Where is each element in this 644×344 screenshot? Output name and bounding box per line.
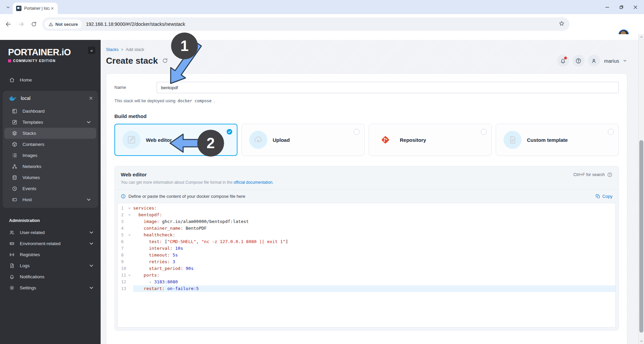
breadcrumb-separator: > — [121, 47, 123, 52]
editor-line-10[interactable]: 10 start_period: 90s — [118, 265, 615, 272]
sidebar-item-label: Events — [22, 186, 96, 191]
sidebar-item-templates[interactable]: Templates — [4, 117, 96, 128]
copy-button[interactable]: Copy — [595, 194, 612, 199]
reload-button[interactable] — [30, 20, 38, 28]
containers-icon — [12, 141, 17, 147]
build-method-radio[interactable] — [354, 129, 360, 135]
registries-icon — [9, 252, 15, 257]
logs-icon — [9, 263, 15, 269]
web-editor-icon-circle — [122, 131, 141, 149]
chevron-down-icon[interactable] — [623, 58, 627, 63]
edition-square-icon — [8, 59, 11, 62]
sidebar-item-events[interactable]: Events — [4, 183, 96, 194]
not-secure-chip[interactable]: Not secure — [44, 19, 82, 29]
sidebar-env-items: DashboardTemplatesStacksContainersImages… — [3, 106, 98, 205]
build-method-repository[interactable]: Repository — [369, 124, 492, 156]
line-number: 7 — [121, 245, 128, 252]
tab-close-icon[interactable] — [50, 6, 55, 11]
build-method-upload[interactable]: Upload — [241, 124, 365, 156]
sidebar-item-logs[interactable]: Logs — [2, 260, 99, 271]
sidebar-item-settings[interactable]: Settings — [2, 282, 99, 293]
fold-chevron-icon[interactable] — [128, 213, 131, 217]
sidebar-item-containers[interactable]: Containers — [4, 139, 96, 150]
sidebar-item-dashboard[interactable]: Dashboard — [4, 106, 96, 117]
sidebar-item-stacks[interactable]: Stacks — [4, 128, 96, 139]
editor-line-6[interactable]: 6 test: ["CMD-SHELL", "nc -z 127.0.0.1 8… — [118, 238, 615, 245]
code-line: services: — [133, 205, 615, 212]
sidebar-item-label: Stacks — [22, 131, 96, 136]
tab-search-button[interactable] — [4, 3, 12, 11]
scrollbar-up-icon[interactable] — [639, 34, 644, 40]
line-number: 6 — [121, 238, 128, 245]
sidebar-item-label: Containers — [22, 142, 96, 147]
browser-tab[interactable]: Portainer | local — [13, 3, 58, 14]
sidebar-item-host[interactable]: Host — [4, 194, 96, 205]
editor-gutter: 8 — [118, 252, 133, 259]
editor-line-4[interactable]: 4 container_name: BentoPDF — [118, 225, 615, 232]
sidebar-item-images[interactable]: Images — [4, 150, 96, 161]
editor-line-1[interactable]: 1services: — [118, 205, 615, 212]
editor-line-12[interactable]: 12 - 3183:8080 — [118, 279, 615, 285]
editor-line-11[interactable]: 11 ports: — [118, 272, 615, 279]
sidebar-item-environment-related[interactable]: Environment-related — [2, 238, 99, 249]
sidebar-collapse-button[interactable]: « — [87, 46, 96, 55]
build-method-radio[interactable] — [608, 129, 614, 135]
back-button[interactable] — [4, 20, 13, 28]
sidebar-item-label: Logs — [20, 263, 99, 268]
breadcrumb-stacks-link[interactable]: Stacks — [106, 47, 119, 52]
editor-gutter: 1 — [118, 205, 133, 212]
editor-line-7[interactable]: 7 interval: 10s — [118, 245, 615, 252]
editor-line-9[interactable]: 9 retries: 3 — [118, 259, 615, 265]
line-number: 11 — [121, 272, 128, 279]
build-method-custom-template[interactable]: Custom template — [496, 124, 619, 156]
sidebar-item-label: Networks — [22, 164, 96, 169]
line-number: 5 — [121, 232, 128, 238]
stack-name-input[interactable] — [157, 82, 619, 93]
sidebar-item-registries[interactable]: Registries — [2, 249, 99, 260]
sidebar-item-notifications[interactable]: Notifications — [2, 271, 99, 282]
scrollbar-thumb[interactable] — [639, 140, 643, 333]
user-avatar-button[interactable] — [588, 55, 600, 67]
bookmark-star-icon[interactable] — [558, 20, 565, 28]
environment-header[interactable]: local — [3, 91, 98, 106]
sidebar-item-user-related[interactable]: User-related — [2, 227, 99, 238]
chevron-down-icon — [89, 285, 94, 291]
url-text: 192.168.1.18:9000/#!/2/docker/stacks/new… — [86, 21, 185, 27]
fold-chevron-icon[interactable] — [128, 207, 131, 210]
window-close-button[interactable] — [633, 4, 638, 10]
editor-gutter: 4 — [118, 225, 133, 232]
editor-line-13[interactable]: 13 restart: on-failure:5 — [118, 285, 615, 292]
sidebar-item-volumes[interactable]: Volumes — [4, 172, 96, 183]
scrollbar-down-icon[interactable] — [639, 338, 644, 344]
editor-line-8[interactable]: 8 timeout: 5s — [118, 252, 615, 259]
compose-code-editor[interactable]: 1services:2 bentopdf:3 image: ghcr.io/al… — [117, 203, 616, 328]
window-restore-button[interactable] — [619, 4, 624, 10]
fold-chevron-icon[interactable] — [128, 274, 131, 277]
sidebar-item-label: Templates — [22, 120, 96, 125]
address-bar[interactable]: Not secure 192.168.1.18:9000/#!/2/docker… — [42, 17, 570, 31]
build-method-radio[interactable] — [481, 129, 487, 135]
fold-chevron-icon[interactable] — [128, 233, 131, 237]
help-circle-icon[interactable] — [607, 172, 612, 177]
warning-icon — [48, 22, 53, 27]
sidebar-item-label: Notifications — [20, 274, 99, 279]
editor-line-3[interactable]: 3 image: ghcr.io/alam00000/bentopdf:late… — [118, 218, 615, 225]
environment-close-icon[interactable] — [89, 96, 93, 101]
window-minimize-button[interactable] — [604, 4, 610, 10]
editor-line-5[interactable]: 5 healthcheck: — [118, 232, 615, 238]
images-icon — [12, 153, 17, 158]
build-method-label: Build method — [114, 113, 619, 119]
sidebar-item-label: User-related — [20, 230, 99, 235]
sidebar-item-networks[interactable]: Networks — [4, 161, 96, 172]
notifications-bell-button[interactable] — [557, 55, 569, 67]
official-documentation-link[interactable]: official documentation. — [233, 180, 273, 185]
edition-label: COMMUNITY EDITION — [13, 59, 56, 63]
refresh-icon[interactable] — [162, 58, 168, 64]
environments-icon — [9, 241, 15, 246]
help-button[interactable] — [573, 55, 585, 67]
sidebar-item-home[interactable]: Home — [0, 74, 101, 85]
page-scrollbar[interactable] — [638, 34, 644, 344]
editor-line-2[interactable]: 2 bentopdf: — [118, 212, 615, 218]
forward-button[interactable] — [17, 20, 25, 28]
search-hint: Ctrl+F for search — [574, 172, 612, 177]
